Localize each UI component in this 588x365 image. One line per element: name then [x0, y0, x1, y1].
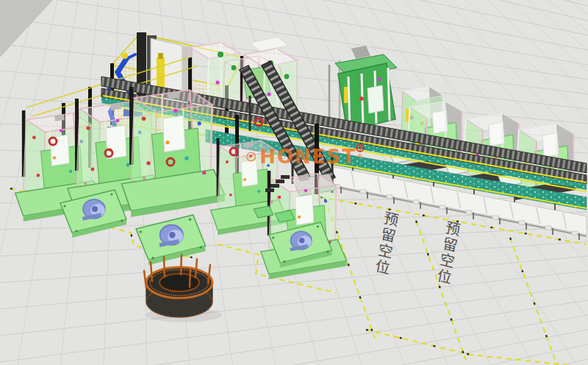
position-marker: [356, 144, 364, 152]
cad-viewport: HONEST ® 预留空位 预留空位: [0, 0, 588, 365]
factory-line-scene: [0, 0, 588, 365]
winding-cell-3: [121, 87, 224, 217]
